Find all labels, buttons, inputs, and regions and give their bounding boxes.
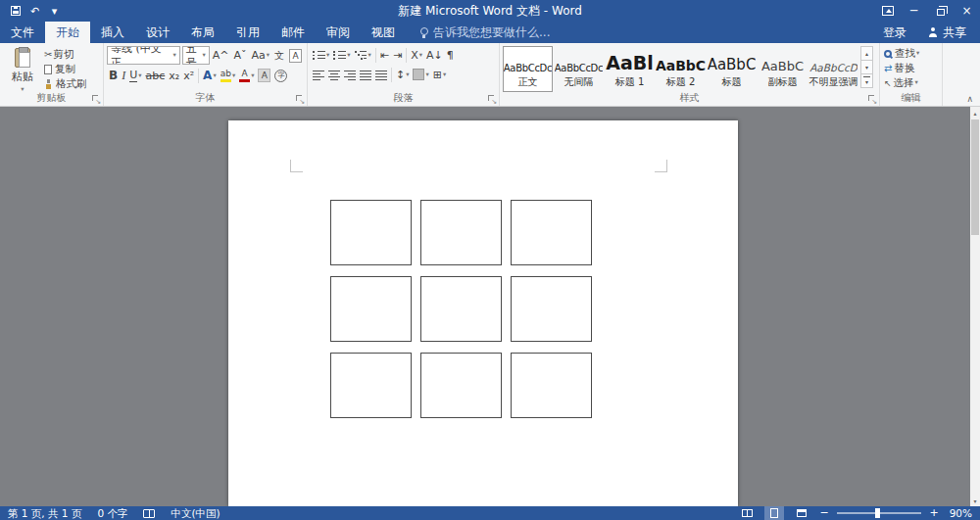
read-mode-button[interactable] <box>737 506 757 520</box>
bold-button[interactable]: B <box>107 67 120 84</box>
tab-layout[interactable]: 布局 <box>180 22 225 43</box>
scrollbar-thumb[interactable] <box>971 119 979 235</box>
style-gallery-down-button[interactable]: ▾ <box>860 60 873 74</box>
tab-references[interactable]: 引用 <box>225 22 270 43</box>
strikethrough-button[interactable]: abc <box>143 67 167 84</box>
character-shading-button[interactable]: A <box>256 67 272 84</box>
grow-font-button[interactable]: A^ <box>211 47 231 65</box>
sign-in-button[interactable]: 登录 <box>883 24 906 41</box>
style-card-normal[interactable]: AaBbCcDc 正文 <box>503 46 553 92</box>
style-gallery-more-button[interactable]: ▾ <box>860 73 873 88</box>
tab-design[interactable]: 设计 <box>135 22 180 43</box>
style-card-no-spacing[interactable]: AaBbCcDc 无间隔 <box>554 46 604 92</box>
shading-button[interactable]: ▾ <box>411 66 430 83</box>
minimize-button[interactable]: ─ <box>901 0 927 22</box>
zoom-slider[interactable] <box>837 512 921 514</box>
tell-me-box[interactable]: 告诉我您想要做什么... <box>419 22 550 43</box>
style-card-heading1[interactable]: AaBl 标题 1 <box>605 46 655 92</box>
change-case-button[interactable]: Aa ▾ <box>249 47 271 65</box>
show-hide-marks-button[interactable]: ¶ <box>445 46 456 64</box>
restore-button[interactable] <box>927 0 954 22</box>
web-layout-button[interactable] <box>792 506 811 520</box>
font-color-button[interactable]: A ▾ <box>237 67 256 84</box>
tab-insert[interactable]: 插入 <box>90 22 135 43</box>
grid-cell[interactable] <box>420 353 502 418</box>
grid-cell[interactable] <box>330 276 412 342</box>
paragraph-dialog-launcher[interactable] <box>487 94 497 104</box>
share-button[interactable]: 共享 <box>928 24 966 41</box>
tab-home[interactable]: 开始 <box>45 22 90 43</box>
zoom-out-button[interactable]: − <box>819 506 829 520</box>
font-size-combo[interactable]: 五号 ▾ <box>182 46 210 65</box>
tab-mailings[interactable]: 邮件 <box>270 22 316 43</box>
vertical-scrollbar[interactable]: ▴ ▾ <box>970 107 980 506</box>
sort-button[interactable]: A↓ <box>424 46 445 64</box>
find-button[interactable]: 查找 ▾ <box>883 46 939 61</box>
font-dialog-launcher[interactable] <box>295 94 305 104</box>
zoom-in-button[interactable]: + <box>929 506 939 520</box>
ribbon-display-options-button[interactable] <box>874 0 901 22</box>
phonetic-guide-button[interactable]: 文 <box>272 47 286 65</box>
subscript-button[interactable]: x₂ <box>167 67 181 84</box>
save-button[interactable] <box>7 0 24 22</box>
underline-button[interactable]: U ▾ <box>127 67 143 84</box>
paste-button[interactable]: 粘贴 ▾ <box>3 46 42 92</box>
close-button[interactable]: × <box>954 0 980 22</box>
zoom-slider-thumb[interactable] <box>875 508 880 518</box>
style-card-subtle-emphasis[interactable]: AaBbCcD 不明显强调 <box>808 46 858 92</box>
shrink-font-button[interactable]: Aˇ <box>231 47 248 65</box>
tab-review[interactable]: 审阅 <box>316 22 361 43</box>
style-card-title[interactable]: AaBbC 标题 <box>707 46 757 92</box>
text-effects-button[interactable]: A ▾ <box>201 67 219 84</box>
collapse-ribbon-button[interactable]: ∧ <box>966 94 973 104</box>
scroll-up-button[interactable]: ▴ <box>970 107 980 118</box>
document-page[interactable] <box>228 120 738 506</box>
align-left-button[interactable] <box>311 66 326 83</box>
grid-cell[interactable] <box>420 200 502 265</box>
character-border-button[interactable]: A <box>287 47 304 65</box>
styles-dialog-launcher[interactable] <box>867 94 877 104</box>
grid-cell[interactable] <box>511 353 592 418</box>
tab-file[interactable]: 文件 <box>0 22 45 43</box>
justify-button[interactable] <box>358 66 373 83</box>
grid-cell[interactable] <box>330 353 412 418</box>
cut-button[interactable]: ✂ 剪切 <box>42 47 89 62</box>
asian-layout-button[interactable]: X ▾ <box>409 46 424 64</box>
format-painter-button[interactable]: 格式刷 <box>42 76 89 91</box>
language-status[interactable]: 中文(中国) <box>171 506 220 520</box>
tab-view[interactable]: 视图 <box>361 22 406 43</box>
undo-button[interactable]: ↶ <box>26 0 43 22</box>
zoom-level[interactable]: 90% <box>947 506 972 520</box>
decrease-indent-button[interactable]: ⇤ <box>378 46 391 64</box>
word-count-status[interactable]: 0 个字 <box>97 506 127 520</box>
select-button[interactable]: ↖ 选择 ▾ <box>883 75 939 90</box>
increase-indent-button[interactable]: ⇥ <box>391 46 404 64</box>
font-name-combo[interactable]: 等线 (中文正... ▾ <box>107 46 180 65</box>
grid-cell[interactable] <box>330 200 412 265</box>
replace-button[interactable]: ⇄ 替换 <box>883 61 939 75</box>
scroll-down-button[interactable]: ▾ <box>970 495 980 506</box>
qat-customize-button[interactable]: ▾ <box>46 0 63 22</box>
multilevel-list-button[interactable]: ▾ <box>353 46 373 64</box>
align-right-button[interactable] <box>342 66 358 83</box>
clipboard-dialog-launcher[interactable] <box>91 94 101 104</box>
grid-cell[interactable] <box>511 276 592 342</box>
highlight-color-button[interactable]: ab ▾ <box>219 67 238 84</box>
bullets-button[interactable]: ▾ <box>311 46 331 64</box>
page-number-status[interactable]: 第 1 页, 共 1 页 <box>8 506 81 520</box>
superscript-button[interactable]: x² <box>181 67 196 84</box>
distribute-button[interactable] <box>373 66 389 83</box>
grid-cell[interactable] <box>420 276 502 342</box>
copy-button[interactable]: 复制 <box>42 62 89 76</box>
align-center-button[interactable] <box>326 66 342 83</box>
line-spacing-button[interactable]: ↕ ▾ <box>394 66 411 83</box>
style-card-heading2[interactable]: AaBbC 标题 2 <box>656 46 706 92</box>
numbering-button[interactable]: ▾ <box>331 46 352 64</box>
borders-button[interactable]: ⊞ ▾ <box>431 66 448 83</box>
enclose-characters-button[interactable]: 字 <box>272 67 289 84</box>
print-layout-button[interactable] <box>764 506 784 520</box>
grid-cell[interactable] <box>511 200 592 265</box>
proofing-status[interactable] <box>143 509 155 518</box>
style-card-subtitle[interactable]: AaBbC 副标题 <box>758 46 808 92</box>
style-gallery-up-button[interactable]: ▴ <box>860 46 873 61</box>
